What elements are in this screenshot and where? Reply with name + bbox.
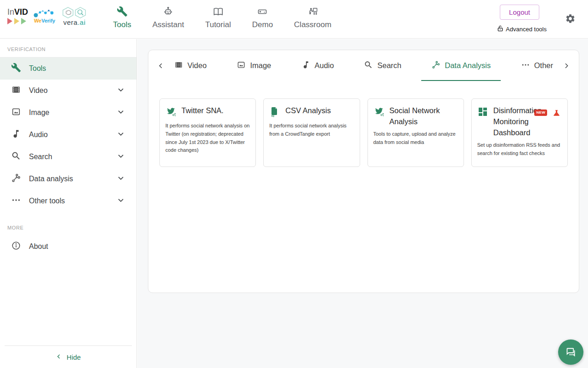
category-tabbar: Video Image Audio [148, 50, 579, 81]
sidebar-item-label: Data analysis [29, 175, 108, 183]
gamepad-icon [257, 6, 268, 17]
chat-icon [565, 347, 577, 358]
classroom-icon [307, 6, 318, 17]
invid-logo-text-vid: VID [14, 7, 28, 17]
robot-icon [163, 6, 174, 17]
music-note-icon [301, 60, 311, 71]
tab-data-analysis[interactable]: Data Analysis [429, 50, 493, 81]
twitter-sna-icon [165, 105, 176, 119]
tab-search[interactable]: Search [361, 50, 404, 81]
logo-group: InVID WeVerify [7, 6, 88, 26]
sidebar-item-label: Other tools [29, 197, 108, 205]
chevron-right-icon [563, 62, 570, 69]
nav-item-label: Assistant [153, 20, 184, 29]
vera-ai-logo: vera.ai [61, 6, 88, 26]
nav-item-demo[interactable]: Demo [252, 6, 273, 29]
tab-label: Image [250, 61, 271, 70]
new-badge: NEW [534, 109, 547, 116]
weverify-logo: WeVerify [33, 9, 57, 23]
nav-item-tools[interactable]: Tools [113, 6, 131, 29]
nav-item-classroom[interactable]: Classroom [294, 6, 331, 29]
sidebar-item-label: About [29, 242, 125, 251]
tab-label: Video [187, 61, 207, 70]
gear-icon[interactable] [565, 13, 576, 26]
tools-panel: Video Image Audio [148, 50, 579, 293]
card-social-network-analysis[interactable]: Social Network Analysis Tools to capture… [368, 98, 464, 167]
sidebar-item-label: Video [29, 86, 108, 95]
nav-item-label: Tools [113, 20, 131, 29]
card-description: It performs social network analysis on T… [165, 122, 250, 155]
sidebar-item-label: Search [29, 153, 108, 161]
sidebar-item-image[interactable]: Image [0, 102, 136, 124]
sidebar-item-label: Tools [29, 64, 125, 73]
card-csv-analysis[interactable]: CSV Analysis It performs social network … [263, 98, 360, 167]
weverify-logo-text-verify: Verify [41, 18, 55, 23]
experimental-flask-icon [552, 109, 561, 119]
nav-item-tutorial[interactable]: Tutorial [205, 6, 231, 29]
chevron-down-icon [116, 85, 125, 96]
tab-label: Audio [315, 61, 334, 70]
tab-label: Search [377, 61, 401, 70]
advanced-tools-toggle[interactable]: Advanced tools [497, 25, 547, 34]
vera-logo-text-ai: .ai [78, 18, 85, 26]
chevron-down-icon [116, 196, 125, 207]
chevron-down-icon [116, 107, 125, 118]
card-title: Twitter SNA. [181, 105, 224, 116]
data-analysis-icon [431, 60, 441, 71]
nav-item-assistant[interactable]: Assistant [153, 6, 184, 29]
tab-audio[interactable]: Audio [299, 50, 337, 81]
nav-item-label: Demo [252, 20, 273, 29]
sidebar-section-more: MORE [0, 218, 136, 236]
twitter-sna-icon [373, 105, 384, 119]
top-nav: Tools Assistant Tutorial [113, 6, 331, 29]
chevron-left-icon [157, 62, 164, 69]
logout-button[interactable]: Logout [500, 5, 539, 20]
sidebar-section-verification: VERIFICATION [0, 39, 136, 57]
tab-image[interactable]: Image [234, 50, 274, 81]
card-disinformation-dashboard[interactable]: Disinformation Monitoring Dashboard Set … [471, 98, 568, 167]
card-title: Disinformation Monitoring Dashboard [493, 105, 562, 138]
image-icon [11, 107, 21, 119]
chat-fab-button[interactable] [558, 339, 583, 365]
tab-label: Data Analysis [445, 61, 491, 70]
book-icon [213, 6, 224, 17]
tabs-scroll-right-button[interactable] [560, 62, 572, 69]
dashboard-icon [477, 105, 488, 119]
tool-cards-row: Twitter SNA. It performs social network … [159, 98, 568, 167]
tab-video[interactable]: Video [171, 50, 209, 81]
card-title: Social Network Analysis [390, 105, 458, 127]
main-content: Video Image Audio [137, 39, 588, 368]
weverify-network-icon [33, 9, 57, 18]
nav-item-label: Tutorial [205, 20, 231, 29]
card-description: It performs social network analysis from… [269, 122, 354, 138]
invid-triangles [7, 18, 28, 24]
search-icon [11, 151, 21, 163]
card-twitter-sna[interactable]: Twitter SNA. It performs social network … [159, 98, 256, 167]
sidebar-item-search[interactable]: Search [0, 146, 136, 168]
sidebar-item-about[interactable]: About [0, 236, 136, 258]
chevron-down-icon [116, 173, 125, 184]
csv-file-icon [269, 105, 280, 119]
chevron-down-icon [116, 129, 125, 140]
film-icon [11, 85, 21, 97]
hide-sidebar-button[interactable]: Hide [0, 346, 136, 368]
sidebar-item-label: Image [29, 109, 108, 117]
hide-label: Hide [67, 353, 81, 361]
wrench-icon [117, 6, 128, 17]
data-analysis-icon [11, 173, 21, 185]
vera-logo-text: vera [63, 18, 78, 26]
sidebar-item-audio[interactable]: Audio [0, 124, 136, 146]
tab-other[interactable]: Other [518, 50, 556, 81]
tabs-scroll-left-button[interactable] [155, 62, 167, 69]
sidebar-item-data-analysis[interactable]: Data analysis [0, 168, 136, 190]
sidebar-item-tools[interactable]: Tools [0, 58, 136, 80]
sidebar-item-video[interactable]: Video [0, 80, 136, 102]
top-header: InVID WeVerify [0, 0, 588, 39]
chevron-down-icon [116, 151, 125, 162]
sidebar-footer: Hide [0, 345, 136, 368]
film-icon [174, 60, 183, 71]
nav-item-label: Classroom [294, 20, 331, 29]
sidebar-item-other-tools[interactable]: Other tools [0, 190, 136, 212]
vera-hexagons-icon [61, 6, 88, 18]
music-note-icon [11, 129, 21, 141]
